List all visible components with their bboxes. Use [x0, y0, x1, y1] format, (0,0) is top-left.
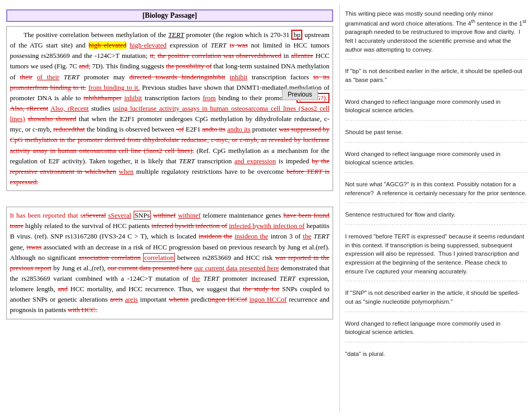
comment-2: If "bp" is not described earlier in the …	[345, 67, 527, 90]
previous-button-area[interactable]: Previous	[282, 89, 318, 100]
comment-6: Not sure what "AGCG?" is in this context…	[345, 180, 527, 203]
comment-3-text: Word changed to reflect language more co…	[345, 99, 501, 114]
comment-9-text: If "SNP" is not described earlier in the…	[345, 290, 519, 305]
comment-3: Word changed to reflect language more co…	[345, 98, 527, 121]
comment-1: This writing piece was mostly sound need…	[345, 9, 527, 59]
passage-block-2: It has been reported that ssSeveral sSev…	[6, 207, 333, 319]
comment-10-text: Word changed to reflect language more co…	[345, 320, 501, 336]
previous-button[interactable]: Previous	[282, 89, 318, 100]
comment-2-text: If "bp" is not described earlier in the …	[345, 68, 522, 83]
left-panel: [Biology Passage] The positive correlati…	[0, 5, 339, 413]
comment-6-text: Not sure what "AGCG?" is in this context…	[345, 181, 527, 196]
comment-11-text: "data" is plural.	[345, 351, 385, 357]
comment-4: Should be past tense.	[345, 128, 527, 142]
comment-5: Word changed to reflect language more co…	[345, 150, 527, 173]
comment-8-text: I removed "before TERT is expressed" bec…	[345, 233, 524, 274]
passage-title: [Biology Passage]	[6, 9, 333, 22]
right-panel: This writing piece was mostly sound need…	[339, 5, 532, 413]
comment-1-text: This writing piece was mostly sound need…	[345, 10, 526, 53]
comment-11: "data" is plural.	[345, 350, 527, 364]
comment-5-text: Word changed to reflect language more co…	[345, 151, 501, 166]
comment-7: Sentence restructured for flow and clari…	[345, 210, 527, 225]
passage-block-1: The positive correlation between methyla…	[6, 26, 333, 191]
title-text: [Biology Passage]	[143, 11, 197, 19]
paragraph-2: It has been reported that ssSeveral sSev…	[10, 210, 329, 315]
comment-10: Word changed to reflect language more co…	[345, 319, 527, 342]
comment-8: I removed "before TERT is expressed" bec…	[345, 232, 527, 281]
paragraph-1: The positive correlation between methyla…	[10, 30, 329, 187]
comment-9: If "SNP" is not described earlier in the…	[345, 289, 527, 312]
comment-4-text: Should be past tense.	[345, 129, 403, 135]
comment-7-text: Sentence restructured for flow and clari…	[345, 211, 455, 218]
